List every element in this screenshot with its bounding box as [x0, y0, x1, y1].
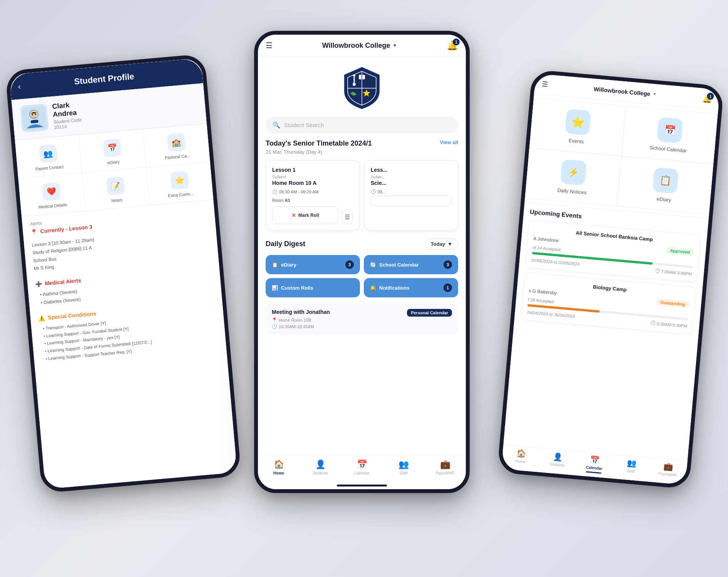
- right-notification-bell[interactable]: 🔔 1: [702, 94, 713, 104]
- quick-access-school-cal[interactable]: 📅 School Calendar: [621, 106, 718, 164]
- right-calendar-icon: 📅: [589, 455, 600, 465]
- right-staff-icon: 👥: [626, 458, 637, 468]
- nav-staff[interactable]: 👥 Staff: [383, 458, 424, 477]
- bottom-nav: 🏠 Home 👤 Students 📅 Calendar 👥 Staff 💼: [258, 455, 466, 481]
- right-payroll-icon: 💼: [663, 461, 674, 471]
- extra-icon: ⭐: [170, 171, 189, 190]
- today-dropdown[interactable]: Today ▼: [425, 238, 458, 250]
- staff-nav-icon: 👥: [398, 460, 409, 470]
- parent-contact-label: Parent Contact: [35, 164, 64, 171]
- event-card-banksia: All Senior School Banksia Camp A Johnsto…: [525, 220, 701, 283]
- digest-custom-rolls-content: 📊 Custom Rolls: [272, 285, 313, 291]
- digest-school-cal[interactable]: 🔄 School Calendar 3: [364, 255, 458, 274]
- home-nav-icon: 🏠: [274, 460, 284, 470]
- digest-ediary[interactable]: 📋 eDiary 3: [266, 255, 360, 274]
- personal-calendar-badge: Personal Calendar: [407, 309, 452, 317]
- right-menu-icons: ☰: [542, 80, 549, 89]
- timetable-date: 21 Mar, Thursday (Day 4): [266, 149, 458, 155]
- notifications-icon: 🔔: [370, 285, 376, 291]
- grid-parent-contact[interactable]: 👥 Parent Contact: [15, 135, 82, 178]
- right-screen: ☰ Willowbrook College ▼ 🔔 1 ⭐ Events: [501, 74, 720, 485]
- event-biology-times: 🕐 6:30AM-5:30PM: [650, 320, 688, 328]
- view-all-link[interactable]: View all: [440, 139, 458, 145]
- right-students-label: Students: [549, 462, 565, 467]
- scene: ‹ Student Profile: [0, 0, 728, 577]
- mark-roll-button-2[interactable]: [371, 196, 452, 206]
- clock-icon-2: 🕐: [371, 189, 376, 194]
- quick-access-ediary[interactable]: 📋 eDiary: [617, 156, 714, 214]
- right-nav-staff[interactable]: 👥 Staff: [612, 457, 651, 478]
- school-cal-icon: 🔄: [370, 262, 376, 268]
- right-nav-home[interactable]: 🏠 Home: [502, 447, 540, 468]
- notes-label: Notes: [111, 197, 123, 203]
- back-arrow-icon[interactable]: ‹: [18, 81, 22, 92]
- pastoral-icon: 🏫: [167, 133, 186, 152]
- lesson-1-subject: Home Room 10 A: [272, 180, 353, 186]
- school-cal-quick-label: School Calendar: [649, 145, 687, 154]
- right-home-icon: 🏠: [516, 448, 526, 458]
- lesson-1-number: Lesson 1: [272, 167, 353, 173]
- medical-label: Medical Details: [38, 202, 67, 209]
- notifications-label: Notifications: [379, 285, 410, 291]
- quick-access-grid: ⭐ Events 📅 School Calendar ⚡ Daily Notic…: [525, 94, 718, 219]
- right-nav-students[interactable]: 👤 Students: [539, 451, 577, 471]
- phone-center: ☰ Willowbrook College ▼ 🔔 1: [254, 31, 470, 493]
- mark-roll-button[interactable]: ✕ Mark Roll: [272, 206, 338, 224]
- lesson-menu-button[interactable]: ☰: [341, 210, 353, 224]
- digest-grid: 📋 eDiary 3 🔄 School Calendar 3: [266, 255, 458, 297]
- ediary-digest-icon: 📋: [272, 262, 278, 268]
- right-hamburger-icon[interactable]: ☰: [542, 80, 549, 89]
- search-bar[interactable]: 🔍 Student Search: [266, 117, 458, 133]
- right-nav-calendar[interactable]: 📅 Calendar: [575, 454, 614, 475]
- grid-extra[interactable]: ⭐ Extra Curric...: [146, 162, 213, 205]
- notices-icon: ⚡: [560, 159, 587, 186]
- school-cal-quick-icon: 📅: [657, 117, 683, 143]
- hamburger-icon[interactable]: ☰: [266, 41, 273, 50]
- grid-ediary[interactable]: 📅 eDiary: [79, 129, 146, 173]
- nav-calendar[interactable]: 📅 Calendar: [341, 458, 383, 477]
- right-bell-badge: 1: [707, 92, 715, 100]
- event-card-biology: Biology Camp s G Battersby Outstanding f…: [520, 272, 696, 335]
- timetable-header: Today's Senior Timetable 2024/1 View all: [266, 139, 458, 148]
- ediary-digest-label: eDiary: [281, 262, 296, 268]
- grid-medical[interactable]: ❤️ Medical Details: [18, 173, 85, 216]
- digest-custom-rolls[interactable]: 📊 Custom Rolls: [266, 278, 360, 297]
- right-nav-payroll[interactable]: 💼 Payroll/HR: [649, 460, 687, 481]
- nav-students[interactable]: 👤 Students: [300, 458, 341, 477]
- lesson-1-time: 🕐 08:30 AM - 09:29 AM: [272, 189, 319, 194]
- events-section: Upcoming Events All Senior School Banksi…: [504, 203, 709, 461]
- pastoral-label: Pastoral Ca...: [164, 153, 190, 160]
- event-biology-status: Outstanding: [656, 299, 690, 308]
- notification-bell[interactable]: 🔔 1: [447, 40, 458, 51]
- lessons-row: Lesson 1 Subject Home Room 10 A 🕐 08:30 …: [266, 160, 458, 231]
- dropdown-arrow: ▼: [447, 241, 452, 247]
- event-biology-dates: 24/04/2024 to 26/04/2024: [527, 310, 575, 319]
- event-biology-teacher: s G Battersby: [529, 288, 557, 296]
- event-banksia-status: Approved: [666, 247, 694, 256]
- notifications-count: 1: [443, 283, 452, 292]
- meeting-card: Meeting with Jonathan 📍 Home Room 10B 🕐 …: [266, 304, 458, 334]
- grid-pastoral[interactable]: 🏫 Pastoral Ca...: [143, 124, 210, 167]
- right-school-name[interactable]: Willowbrook College ▼: [594, 86, 657, 97]
- meeting-location: 📍 Home Room 10B: [272, 317, 330, 322]
- digest-notifications[interactable]: 🔔 Notifications 1: [364, 278, 458, 297]
- left-screen: ‹ Student Profile: [9, 58, 237, 489]
- event-banksia-teacher: A Johnstone: [533, 236, 559, 243]
- nav-payroll[interactable]: 💼 Payroll/HR: [424, 458, 466, 477]
- school-name-dropdown[interactable]: Willowbrook College ▼: [322, 42, 397, 50]
- lesson-2-subject: Scie...: [371, 180, 452, 186]
- location-icon: 📍: [30, 228, 37, 235]
- timetable-title: Today's Senior Timetable 2024/1: [266, 139, 372, 148]
- custom-rolls-label: Custom Rolls: [281, 285, 313, 291]
- right-students-icon: 👤: [553, 452, 563, 462]
- calendar-nav-icon: 📅: [357, 460, 367, 470]
- nav-home[interactable]: 🏠 Home: [258, 458, 300, 477]
- home-indicator: [258, 481, 466, 489]
- dropdown-arrow-icon: ▼: [392, 43, 397, 48]
- lesson-1-room: Room A3: [272, 198, 353, 203]
- right-calendar-underline: [586, 471, 601, 473]
- grid-notes[interactable]: 📝 Notes: [82, 168, 149, 211]
- quick-access-events[interactable]: ⭐ Events: [529, 98, 626, 156]
- meeting-time: 🕐 10:30AM-10:45AM: [272, 324, 330, 329]
- quick-access-notices[interactable]: ⚡ Daily Notices: [525, 148, 621, 206]
